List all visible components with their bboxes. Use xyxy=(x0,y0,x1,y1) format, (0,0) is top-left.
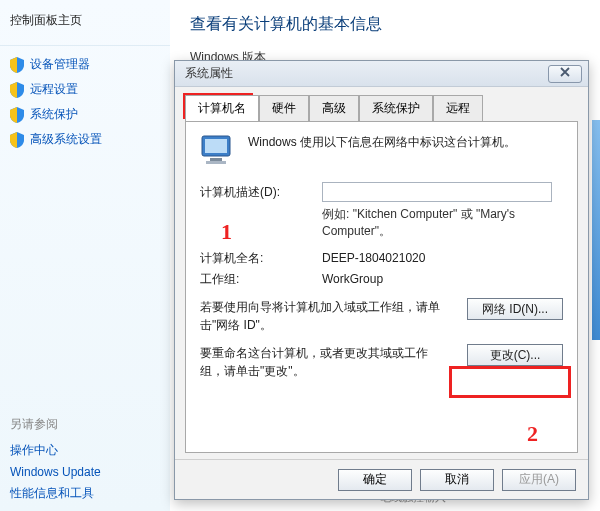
ok-button[interactable]: 确定 xyxy=(338,469,412,491)
computer-description-input[interactable] xyxy=(322,182,552,202)
tab-remote[interactable]: 远程 xyxy=(433,95,483,121)
sidebar-item-device-manager[interactable]: 设备管理器 xyxy=(0,52,170,77)
sidebar-item-system-protection[interactable]: 系统保护 xyxy=(0,102,170,127)
svg-rect-1 xyxy=(205,139,227,153)
desc-label: 计算机描述(D): xyxy=(200,184,310,201)
control-panel-sidebar: 控制面板主页 设备管理器 远程设置 系统保护 高级系统设置 另请参阅 操作中心 … xyxy=(0,0,170,511)
nav-label: 设备管理器 xyxy=(30,56,90,73)
see-also-performance-info[interactable]: 性能信息和工具 xyxy=(10,482,160,505)
join-domain-row: 若要使用向导将计算机加入域或工作组，请单击"网络 ID"。 网络 ID(N)..… xyxy=(200,298,563,334)
tab-panel-computer-name: Windows 使用以下信息在网络中标识这台计算机。 计算机描述(D): 例如:… xyxy=(185,121,578,453)
fullname-row: 计算机全名: DEEP-1804021020 xyxy=(200,250,563,267)
sidebar-item-advanced-system-settings[interactable]: 高级系统设置 xyxy=(0,127,170,152)
tab-computer-name[interactable]: 计算机名 xyxy=(185,95,259,121)
intro-text: Windows 使用以下信息在网络中标识这台计算机。 xyxy=(248,134,516,151)
workgroup-label: 工作组: xyxy=(200,271,310,288)
divider xyxy=(0,45,170,46)
dialog-title: 系统属性 xyxy=(185,65,233,82)
network-id-button[interactable]: 网络 ID(N)... xyxy=(467,298,563,320)
rename-row: 要重命名这台计算机，或者更改其域或工作组，请单击"更改"。 更改(C)... xyxy=(200,344,563,380)
tab-system-protection[interactable]: 系统保护 xyxy=(359,95,433,121)
shield-icon xyxy=(10,132,24,148)
annotation-number-1: 1 xyxy=(221,219,232,245)
control-panel-home-link[interactable]: 控制面板主页 xyxy=(0,8,170,39)
page-title: 查看有关计算机的基本信息 xyxy=(190,14,580,35)
tab-hardware[interactable]: 硬件 xyxy=(259,95,309,121)
cancel-button[interactable]: 取消 xyxy=(420,469,494,491)
desc-example: 例如: "Kitchen Computer" 或 "Mary's Compute… xyxy=(322,206,563,240)
join-domain-text: 若要使用向导将计算机加入域或工作组，请单击"网络 ID"。 xyxy=(200,298,440,334)
workgroup-row: 工作组: WorkGroup xyxy=(200,271,563,288)
nav-label: 高级系统设置 xyxy=(30,131,102,148)
nav-label: 远程设置 xyxy=(30,81,78,98)
see-also-section: 另请参阅 操作中心 Windows Update 性能信息和工具 xyxy=(0,416,170,505)
shield-icon xyxy=(10,107,24,123)
tab-advanced[interactable]: 高级 xyxy=(309,95,359,121)
intro-row: Windows 使用以下信息在网络中标识这台计算机。 xyxy=(200,134,563,168)
close-icon xyxy=(559,66,571,81)
dialog-button-row: 确定 取消 应用(A) xyxy=(175,459,588,499)
dialog-titlebar: 系统属性 xyxy=(175,61,588,87)
workgroup-value: WorkGroup xyxy=(322,272,563,286)
see-also-windows-update[interactable]: Windows Update xyxy=(10,462,160,482)
fullname-label: 计算机全名: xyxy=(200,250,310,267)
fullname-value: DEEP-1804021020 xyxy=(322,251,563,265)
system-properties-dialog: 系统属性 计算机名 硬件 高级 系统保护 远程 Windows 使用以下信息在网… xyxy=(174,60,589,500)
change-button[interactable]: 更改(C)... xyxy=(467,344,563,366)
annotation-number-2: 2 xyxy=(527,421,538,447)
desc-row: 计算机描述(D): xyxy=(200,182,563,202)
dialog-tabs: 计算机名 硬件 高级 系统保护 远程 xyxy=(175,87,588,121)
nav-label: 系统保护 xyxy=(30,106,78,123)
see-also-header: 另请参阅 xyxy=(10,416,160,433)
computer-icon xyxy=(200,134,238,168)
apply-button[interactable]: 应用(A) xyxy=(502,469,576,491)
shield-icon xyxy=(10,57,24,73)
sidebar-item-remote-settings[interactable]: 远程设置 xyxy=(0,77,170,102)
shield-icon xyxy=(10,82,24,98)
svg-rect-2 xyxy=(210,158,222,161)
partial-logo-edge xyxy=(592,120,600,340)
rename-text: 要重命名这台计算机，或者更改其域或工作组，请单击"更改"。 xyxy=(200,344,440,380)
svg-rect-3 xyxy=(206,161,226,164)
close-button[interactable] xyxy=(548,65,582,83)
see-also-action-center[interactable]: 操作中心 xyxy=(10,439,160,462)
